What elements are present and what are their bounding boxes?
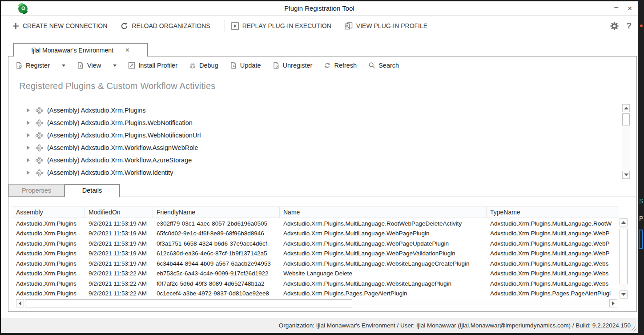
tree-item[interactable]: (Assembly) Adxstudio.Xrm.Plugins.WebNoti…: [25, 129, 621, 141]
title-bar: Plugin Registration Tool – ✕: [1, 1, 638, 16]
search-label: Search: [378, 62, 399, 69]
cell-name: Adxstudio.Xrm.Plugins.MultiLanguage.WebP…: [280, 250, 487, 257]
triangle-down-icon: [624, 174, 628, 176]
close-button[interactable]: ✕: [627, 5, 632, 12]
cell-name: Adxstudio.Xrm.Plugins.Pages.PageAlertPlu…: [280, 290, 487, 297]
column-header-typename[interactable]: TypeName: [487, 207, 619, 218]
table-header: Assembly ModifiedOn FriendlyName Name Ty…: [12, 206, 619, 218]
cell-friendlyname: 0c1ecef4-a3be-4972-9837-0d810ae92ee8: [153, 290, 280, 297]
tree-item[interactable]: (Assembly) Adxstudio.Xrm.Workflow.Identi…: [25, 166, 621, 179]
reload-organizations-button[interactable]: RELOAD ORGANIZATIONS: [121, 22, 210, 30]
environment-tab-close-icon[interactable]: ✕: [125, 47, 130, 53]
refresh-icon: [324, 62, 331, 69]
table-scrollbar-vertical[interactable]: [620, 218, 628, 299]
table-body: Adxstudio.Xrm.Plugins 9/2/2021 11:53:19 …: [12, 218, 619, 299]
assembly-cog-icon: [36, 169, 43, 177]
tree-item[interactable]: (Assembly) Adxstudio.Xrm.Workflow.Assign…: [25, 141, 621, 154]
tree-scroll-down-button[interactable]: [622, 171, 630, 179]
assembly-cog-icon: [36, 132, 43, 139]
column-header-modifiedon[interactable]: ModifiedOn: [85, 207, 153, 218]
settings-gear-icon[interactable]: [610, 21, 619, 31]
reload-icon: [121, 22, 128, 30]
view-button[interactable]: View: [77, 62, 117, 69]
scroll-left-button[interactable]: [16, 299, 24, 307]
window-title: Plugin Registration Tool: [1, 1, 638, 15]
cell-name: Adxstudio.Xrm.Plugins.MultiLanguage.Webs…: [280, 260, 487, 267]
expand-arrow-icon[interactable]: [27, 158, 30, 162]
create-new-connection-button[interactable]: CREATE NEW CONNECTION: [12, 22, 107, 29]
cell-typename: Adxstudio.Xrm.Plugins.MultiLanguage.Root…: [487, 220, 619, 227]
app-window: Plugin Registration Tool – ✕ CREATE NEW …: [1, 1, 638, 333]
section-title: Registered Plugins & Custom Workflow Act…: [19, 81, 215, 91]
minimize-button[interactable]: –: [614, 4, 618, 11]
background-dot: [640, 24, 643, 27]
table-row[interactable]: Adxstudio.Xrm.Plugins 9/2/2021 11:53:22 …: [12, 289, 619, 299]
tree-item[interactable]: (Assembly) Adxstudio.Xrm.Plugins: [25, 104, 621, 117]
table-scroll-up-button[interactable]: [620, 218, 628, 226]
install-profiler-button[interactable]: Install Profiler: [128, 62, 177, 69]
tree-item[interactable]: (Assembly) Adxstudio.Xrm.Plugins.WebNoti…: [25, 117, 621, 129]
replay-icon: [231, 22, 239, 30]
profile-icon: [345, 22, 353, 30]
help-button[interactable]: ?: [626, 21, 632, 31]
unregister-icon: [273, 62, 280, 69]
triangle-right-icon: [612, 301, 615, 306]
tree-item-label: (Assembly) Adxstudio.Xrm.Workflow.Identi…: [47, 169, 173, 176]
expand-arrow-icon[interactable]: [27, 145, 30, 150]
tree-scrollbar[interactable]: [622, 104, 630, 179]
expand-arrow-icon[interactable]: [27, 121, 30, 125]
cell-typename: Adxstudio.Xrm.Plugins.MultiLanguage.Webs: [487, 280, 619, 287]
unregister-button[interactable]: Unregister: [273, 62, 313, 69]
column-header-assembly[interactable]: Assembly: [12, 207, 85, 218]
table-scrollbar-horizontal[interactable]: [16, 299, 617, 307]
table-scroll-thumb[interactable]: [620, 229, 628, 284]
debug-icon: [189, 62, 196, 69]
install-profiler-label: Install Profiler: [138, 62, 177, 69]
update-icon: [230, 62, 237, 69]
table-row[interactable]: Adxstudio.Xrm.Plugins 9/2/2021 11:53:19 …: [12, 258, 619, 269]
cell-assembly: Adxstudio.Xrm.Plugins: [12, 240, 85, 247]
table-row[interactable]: Adxstudio.Xrm.Plugins 9/2/2021 11:53:19 …: [12, 229, 619, 239]
tab-details[interactable]: Details: [64, 184, 120, 197]
tree-item-label: (Assembly) Adxstudio.Xrm.Plugins.WebNoti…: [47, 119, 193, 126]
create-new-connection-label: CREATE NEW CONNECTION: [23, 22, 107, 29]
tree-item-label: (Assembly) Adxstudio.Xrm.Workflow.AzureS…: [47, 157, 192, 164]
search-button[interactable]: Search: [368, 62, 399, 69]
update-button[interactable]: Update: [230, 62, 261, 69]
status-bar: Organization: Ijlal Monawwar's Environme…: [1, 318, 638, 333]
expand-arrow-icon[interactable]: [27, 170, 30, 175]
column-header-friendlyname[interactable]: FriendlyName: [153, 207, 280, 218]
cell-friendlyname: e302ff79-03c1-4aec-8057-2bd6196a0505: [153, 220, 280, 227]
table-row[interactable]: Adxstudio.Xrm.Plugins 9/2/2021 11:53:19 …: [12, 238, 619, 249]
tab-properties[interactable]: Properties: [8, 184, 64, 197]
register-label: Register: [26, 62, 50, 69]
column-header-name[interactable]: Name: [280, 207, 487, 218]
environment-tab[interactable]: Ijlal Monawwar's Environment ✕: [13, 43, 148, 57]
table-row[interactable]: Adxstudio.Xrm.Plugins 9/2/2021 11:53:19 …: [12, 218, 619, 229]
unregister-label: Unregister: [283, 62, 313, 69]
expand-arrow-icon[interactable]: [27, 133, 30, 137]
debug-button[interactable]: Debug: [189, 62, 218, 69]
table-row[interactable]: Adxstudio.Xrm.Plugins 9/2/2021 11:53:22 …: [12, 278, 619, 289]
table-row[interactable]: Adxstudio.Xrm.Plugins 9/2/2021 11:53:22 …: [12, 269, 619, 279]
replay-plugin-execution-button[interactable]: REPLAY PLUG-IN EXECUTION: [231, 22, 331, 30]
cell-friendlyname: 65fc0d02-9e1c-4f6f-8e89-68f96b8d8946: [153, 230, 280, 237]
hscroll-thumb[interactable]: [25, 299, 352, 307]
cell-friendlyname: f0f7af2c-5d6d-49f3-8089-4d652748b1a2: [153, 280, 280, 287]
register-button[interactable]: Register: [16, 62, 65, 69]
tree-scroll-up-button[interactable]: [622, 104, 630, 112]
expand-arrow-icon[interactable]: [27, 108, 30, 113]
refresh-button[interactable]: Refresh: [324, 62, 357, 69]
view-dropdown-caret-icon[interactable]: [113, 65, 117, 67]
register-dropdown-caret-icon[interactable]: [62, 65, 65, 67]
tree-item[interactable]: (Assembly) Adxstudio.Xrm.Workflow.AzureS…: [25, 154, 621, 166]
cell-name: Adxstudio.Xrm.Plugins.MultiLanguage.WebP…: [280, 240, 487, 247]
view-plugin-profile-label: VIEW PLUG-IN PROFILE: [356, 22, 427, 29]
main-toolbar: CREATE NEW CONNECTION RELOAD ORGANIZATIO…: [1, 16, 638, 36]
table-row[interactable]: Adxstudio.Xrm.Plugins 9/2/2021 11:53:19 …: [12, 249, 619, 259]
scroll-right-button[interactable]: [609, 299, 617, 307]
resize-grip[interactable]: [632, 327, 636, 331]
table-scroll-down-button[interactable]: [620, 291, 628, 299]
view-plugin-profile-button[interactable]: VIEW PLUG-IN PROFILE: [345, 22, 427, 30]
tree-scroll-thumb[interactable]: [622, 113, 630, 125]
